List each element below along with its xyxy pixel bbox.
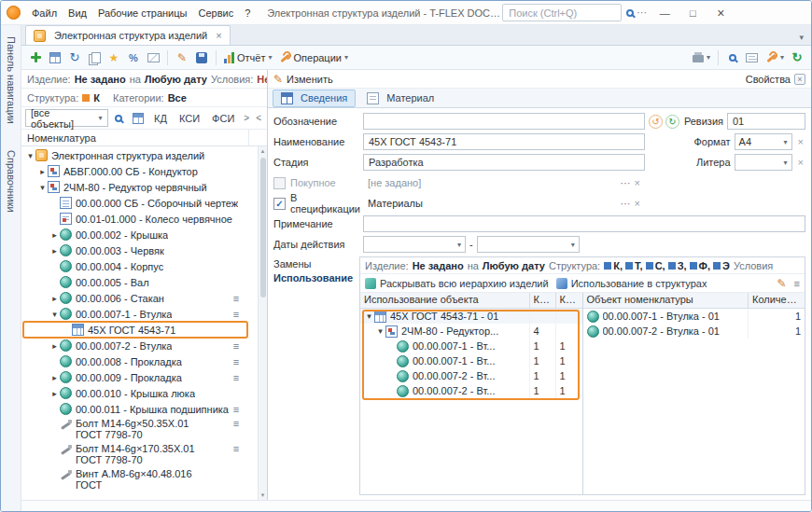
edit-object-button[interactable]: ✎: [173, 48, 191, 67]
usage-section-label[interactable]: Использование: [273, 272, 356, 286]
tree-row[interactable]: ▸00.00.009 - Прокладка≡: [21, 369, 258, 385]
save-button[interactable]: [192, 48, 211, 67]
menu-item[interactable]: Сервис: [192, 5, 239, 21]
tree-row[interactable]: ▸00.00.006 - Стакан≡: [21, 290, 258, 306]
tree-row[interactable]: 00.00.005 - Вал: [21, 274, 258, 290]
date-value[interactable]: Любую дату: [145, 74, 207, 85]
note-input[interactable]: [363, 215, 805, 232]
document-tab[interactable]: Электронная структура изделий ×: [25, 25, 231, 45]
usage-edit-icon[interactable]: ✎: [777, 277, 787, 290]
expander-icon[interactable]: ▾: [375, 326, 385, 336]
column-header[interactable]: Ко...: [530, 293, 556, 308]
usage-tree-row[interactable]: 00.00.007-1 - Вт...11: [360, 339, 582, 353]
fsi-button[interactable]: ФСИ: [207, 110, 239, 127]
inspec-value-area[interactable]: Материалы ⋯ ×: [363, 195, 645, 212]
tree-row[interactable]: 00.00.008 - Прокладка≡: [21, 353, 258, 369]
tree-row[interactable]: ▾Электронная структура изделий: [21, 147, 258, 163]
refresh-button[interactable]: ↻: [788, 48, 806, 67]
row-menu-icon[interactable]: ≡: [230, 372, 243, 383]
refresh-tree-button[interactable]: ↻: [65, 48, 84, 67]
row-menu-icon[interactable]: ≡: [230, 443, 243, 454]
menu-item[interactable]: Вид: [63, 5, 92, 21]
expander-icon[interactable]: ▾: [37, 183, 48, 192]
column-header[interactable]: Объект номенклатуры: [583, 293, 749, 308]
tools-button[interactable]: ▾: [763, 48, 787, 67]
report-button[interactable]: Отчёт ▾: [221, 48, 275, 67]
tree-search-button[interactable]: [111, 110, 128, 127]
scroll-down-icon[interactable]: ▼: [260, 491, 266, 500]
percent-button[interactable]: %: [124, 48, 143, 67]
litera-clear-button[interactable]: ×: [796, 157, 805, 168]
structure-view-button[interactable]: [46, 48, 64, 67]
expander-icon[interactable]: ▸: [49, 246, 60, 256]
column-header[interactable]: Ко...: [556, 293, 582, 308]
date-from-combo[interactable]: ▾: [363, 236, 466, 253]
litera-combo[interactable]: ▾: [735, 154, 792, 171]
mail-button[interactable]: [144, 48, 162, 67]
row-menu-icon[interactable]: ≡: [230, 340, 243, 352]
menu-item[interactable]: Рабочие страницы: [92, 5, 193, 21]
print-button[interactable]: ▾: [690, 48, 713, 67]
usage-tree-row[interactable]: 00.00.007-2 - Вт...11: [360, 368, 582, 383]
row-menu-icon[interactable]: ≡: [230, 356, 243, 367]
usage-date-value[interactable]: Любую дату: [483, 260, 545, 271]
tree-row[interactable]: ▸АБВГ.000.00 СБ - Кондуктор: [21, 163, 258, 179]
usage-in-structures-button[interactable]: Использование в структурах: [556, 278, 707, 289]
row-menu-icon[interactable]: ≡: [230, 404, 243, 415]
expand-panel-button[interactable]: >: [242, 113, 251, 123]
usage-object-row[interactable]: 00.00.007-1 - Втулка - 011: [583, 309, 805, 324]
expander-icon[interactable]: ▾: [364, 311, 374, 321]
global-search-input[interactable]: Поиск (Ctrl+Q): [502, 4, 622, 21]
search-scope-button[interactable]: ⋯: [623, 4, 650, 22]
designation-input[interactable]: [363, 113, 645, 130]
close-button[interactable]: ×: [707, 3, 734, 23]
expander-icon[interactable]: ▸: [37, 167, 48, 176]
properties-close-icon[interactable]: ×: [794, 74, 805, 85]
ksi-button[interactable]: КСИ: [175, 110, 204, 127]
tree-row[interactable]: ▸00.00.007-2 - Втулка≡: [21, 338, 258, 353]
tab-close-icon[interactable]: ×: [216, 30, 221, 41]
usage-product-value[interactable]: Не задано: [413, 260, 464, 271]
structure-value[interactable]: К: [93, 92, 100, 104]
tree-row[interactable]: ▾2ЧМ-80 - Редуктор червячный: [21, 179, 258, 195]
properties-tab[interactable]: Материал: [358, 90, 442, 107]
row-menu-icon[interactable]: ≡: [230, 418, 243, 429]
purchased-value-area[interactable]: [не задано] ⋯ ×: [363, 174, 645, 191]
column-header[interactable]: Количест...: [749, 293, 805, 308]
expander-icon[interactable]: ▾: [25, 151, 35, 160]
inspec-browse-button[interactable]: ⋯: [621, 198, 631, 210]
tree-row[interactable]: 00.01-01.000 - Колесо червячное: [21, 211, 258, 227]
kd-button[interactable]: КД: [149, 110, 172, 127]
tree-list-button[interactable]: [130, 110, 147, 127]
replacements-section-label[interactable]: Замены: [273, 258, 356, 272]
name-input[interactable]: 45Х ГОСТ 4543-71: [363, 133, 645, 150]
date-to-combo[interactable]: ▾: [477, 236, 580, 253]
tree-row[interactable]: ▸00.00.002 - Крышка: [21, 227, 258, 242]
usage-tree-row[interactable]: ▾2ЧМ-80 - Редуктор...4: [360, 324, 582, 339]
expander-icon[interactable]: ▾: [49, 310, 60, 319]
purchased-clear-button[interactable]: ×: [635, 177, 640, 188]
tree-row[interactable]: 00.00.011 - Крышка подшипника≡: [21, 401, 258, 417]
update-button[interactable]: ↻: [665, 115, 679, 129]
row-menu-icon[interactable]: ≡: [230, 293, 243, 304]
format-clear-button[interactable]: ×: [796, 136, 805, 147]
row-menu-icon[interactable]: ≡: [230, 309, 243, 320]
history-button[interactable]: ↺: [649, 115, 663, 129]
card-button[interactable]: [743, 48, 762, 67]
usage-menu-icon[interactable]: ≡: [794, 278, 800, 289]
maximize-button[interactable]: □: [679, 3, 706, 23]
sidebar-tab[interactable]: Панель навигации: [6, 36, 17, 124]
tree-row[interactable]: Винт А.М8-6g×40.48.016 ГОСТ: [21, 467, 258, 492]
usage-tree-row[interactable]: 00.00.007-2 - Вт...11: [360, 383, 582, 398]
tree-row[interactable]: ▸00.00.010 - Крышка люка: [21, 385, 258, 401]
purchased-checkbox[interactable]: [273, 177, 286, 189]
tree-row[interactable]: Болт М14-6g×50.35Х.01 ГОСТ 7798-70≡: [21, 417, 258, 442]
tree-row[interactable]: ▾00.00.007-1 - Втулка≡: [21, 306, 258, 322]
inspec-clear-button[interactable]: ×: [635, 198, 640, 209]
properties-tab[interactable]: Сведения: [273, 90, 356, 107]
inspec-checkbox[interactable]: [273, 198, 286, 210]
tree-row[interactable]: 00.00.004 - Корпус: [21, 258, 258, 274]
collapse-panel-button[interactable]: <: [254, 113, 263, 123]
minimize-button[interactable]: —: [651, 3, 678, 23]
favorites-button[interactable]: ★: [105, 48, 123, 67]
